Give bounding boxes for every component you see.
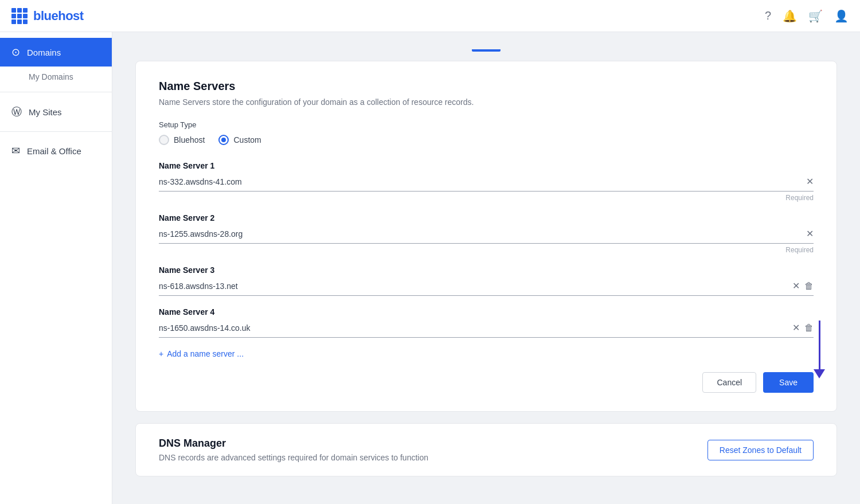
sidebar-item-my-domains-label: My Domains	[29, 72, 73, 81]
header: bluehost ? 🔔 🛒 👤	[0, 0, 860, 32]
ns-2-input[interactable]	[159, 227, 802, 241]
sidebar-item-domains[interactable]: ⊙ Domains	[0, 38, 112, 67]
save-button[interactable]: Save	[763, 372, 814, 393]
top-accent-container	[135, 49, 837, 52]
wordpress-icon: Ⓦ	[11, 105, 22, 119]
arrow-head	[814, 369, 825, 378]
ns-1-input-row: ✕	[159, 175, 814, 192]
setup-type-label: Setup Type	[159, 120, 814, 129]
ns-4-section: Name Server 4 ✕ 🗑	[159, 307, 814, 338]
cancel-button[interactable]: Cancel	[702, 372, 756, 393]
add-label: Add a name server ...	[167, 349, 244, 358]
ns-2-section: Name Server 2 ✕ Required	[159, 213, 814, 254]
user-icon[interactable]: 👤	[834, 9, 849, 23]
ns-4-input[interactable]	[159, 321, 788, 335]
add-icon: +	[159, 349, 163, 358]
header-actions: ? 🔔 🛒 👤	[765, 9, 849, 23]
add-name-server-link[interactable]: + Add a name server ...	[159, 349, 814, 358]
ns-1-input[interactable]	[159, 175, 802, 189]
sidebar: ⊙ Domains My Domains Ⓦ My Sites ✉ Email …	[0, 32, 112, 504]
setup-type-radio-group: Bluehost Custom	[159, 135, 814, 145]
name-servers-card: Name Servers Name Servers store the conf…	[135, 61, 837, 412]
radio-bluehost[interactable]: Bluehost	[159, 135, 205, 145]
ns-3-section: Name Server 3 ✕ 🗑	[159, 265, 814, 296]
ns-4-input-row: ✕ 🗑	[159, 321, 814, 338]
ns-4-delete-button[interactable]: 🗑	[804, 323, 814, 333]
card-title: Name Servers	[159, 80, 814, 93]
domains-icon: ⊙	[11, 46, 20, 58]
sidebar-item-my-sites-label: My Sites	[29, 107, 62, 117]
sidebar-item-email-office-label: Email & Office	[27, 146, 81, 156]
ns-1-section: Name Server 1 ✕ Required	[159, 161, 814, 202]
help-icon[interactable]: ?	[765, 9, 771, 22]
ns-3-delete-button[interactable]: 🗑	[804, 281, 814, 291]
email-icon: ✉	[11, 144, 20, 157]
radio-custom[interactable]: Custom	[218, 135, 261, 145]
radio-custom-label: Custom	[233, 135, 261, 144]
reset-zones-button[interactable]: Reset Zones to Default	[707, 440, 814, 460]
ns-2-clear-button[interactable]: ✕	[806, 229, 814, 239]
action-row: Cancel Save	[159, 372, 814, 393]
logo-text: bluehost	[33, 9, 84, 24]
ns-4-clear-button[interactable]: ✕	[792, 323, 800, 333]
logo-grid	[11, 8, 28, 24]
logo: bluehost	[11, 8, 84, 24]
dns-manager-description: DNS records are advanced settings requir…	[159, 453, 428, 462]
sidebar-item-my-domains[interactable]: My Domains	[0, 67, 112, 87]
dns-manager-info: DNS Manager DNS records are advanced set…	[159, 437, 428, 462]
sidebar-item-domains-label: Domains	[27, 48, 61, 57]
ns-3-input-row: ✕ 🗑	[159, 279, 814, 296]
ns-1-label: Name Server 1	[159, 161, 814, 170]
top-accent-bar	[472, 49, 501, 52]
arrow-line	[819, 321, 820, 369]
sidebar-item-my-sites[interactable]: Ⓦ My Sites	[0, 97, 112, 127]
ns-1-required: Required	[159, 194, 814, 202]
dns-manager-title: DNS Manager	[159, 437, 428, 450]
sidebar-divider-2	[0, 131, 112, 132]
ns-3-input[interactable]	[159, 279, 788, 293]
radio-bluehost-circle	[159, 135, 169, 145]
ns-2-required: Required	[159, 246, 814, 254]
ns-4-label: Name Server 4	[159, 307, 814, 317]
radio-bluehost-label: Bluehost	[174, 135, 205, 144]
main-content: Name Servers Name Servers store the conf…	[112, 32, 860, 504]
ns-3-clear-button[interactable]: ✕	[792, 282, 800, 291]
action-area: Cancel Save	[159, 372, 814, 393]
sidebar-divider	[0, 92, 112, 92]
ns-2-input-row: ✕	[159, 227, 814, 244]
ns-3-label: Name Server 3	[159, 265, 814, 275]
sidebar-item-email-office[interactable]: ✉ Email & Office	[0, 136, 112, 165]
radio-custom-circle	[218, 135, 229, 145]
card-description: Name Servers store the configuration of …	[159, 97, 814, 107]
cart-icon[interactable]: 🛒	[808, 9, 823, 23]
dns-manager-card: DNS Manager DNS records are advanced set…	[135, 423, 837, 476]
ns-1-clear-button[interactable]: ✕	[806, 177, 814, 186]
arrow-annotation	[814, 321, 825, 378]
ns-2-label: Name Server 2	[159, 213, 814, 222]
bell-icon[interactable]: 🔔	[783, 9, 797, 23]
layout: ⊙ Domains My Domains Ⓦ My Sites ✉ Email …	[0, 32, 860, 504]
